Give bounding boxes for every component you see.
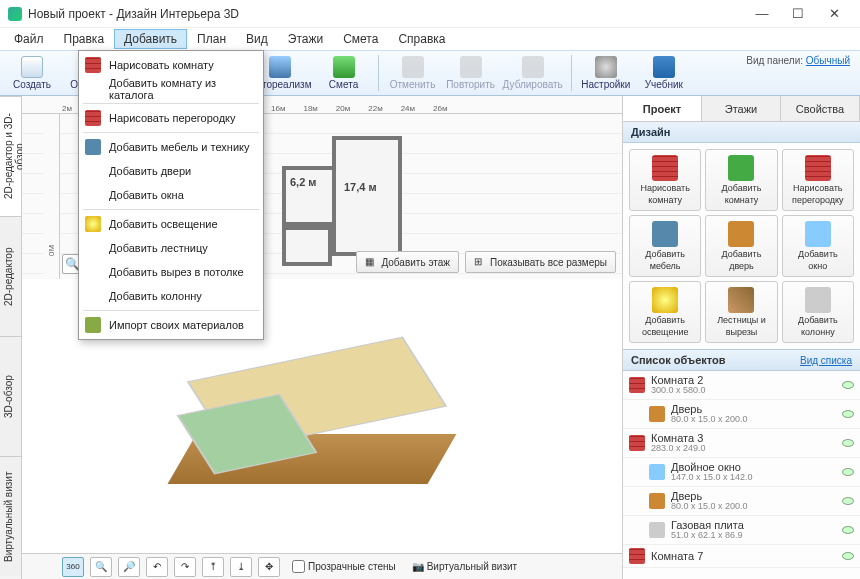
- orbit-right-button[interactable]: ↷: [174, 557, 196, 577]
- tilt-up-button[interactable]: ⤒: [202, 557, 224, 577]
- menu-item-label: Добавить освещение: [109, 218, 218, 230]
- menu-view[interactable]: Вид: [236, 29, 278, 49]
- menu-file[interactable]: Файл: [4, 29, 54, 49]
- right-panel: Проект Этажи Свойства Дизайн Нарисоватьк…: [622, 96, 860, 579]
- menu-add[interactable]: Добавить: [114, 29, 187, 49]
- rtab-props[interactable]: Свойства: [781, 96, 860, 121]
- ruler-tick: 2м: [62, 104, 72, 113]
- tb-create[interactable]: Создать: [6, 52, 58, 94]
- design-tool-button[interactable]: Добавитьосвещение: [629, 281, 701, 343]
- vtab-2d[interactable]: 2D-редактор: [0, 216, 21, 336]
- visibility-toggle-icon[interactable]: [842, 410, 854, 418]
- ruler-tick: 26м: [433, 104, 447, 113]
- object-dimensions: 283.0 x 249.0: [651, 444, 836, 454]
- design-tool-button[interactable]: Добавитьмебель: [629, 215, 701, 277]
- blank-icon: [85, 187, 101, 203]
- vtab-3d[interactable]: 3D-обзор: [0, 336, 21, 456]
- tb-settings[interactable]: Настройки: [580, 52, 632, 94]
- transparent-walls-toggle[interactable]: Прозрачные стены: [292, 560, 396, 573]
- menu-item[interactable]: Нарисовать перегородку: [79, 106, 263, 130]
- show-dimensions-button[interactable]: ⊞Показывать все размеры: [465, 251, 616, 273]
- rotate-360-button[interactable]: 360: [62, 557, 84, 577]
- dims-icon: ⊞: [474, 256, 486, 268]
- menu-item[interactable]: Добавить освещение: [79, 212, 263, 236]
- menu-item[interactable]: Добавить комнату из каталога: [79, 77, 263, 101]
- menu-edit[interactable]: Правка: [54, 29, 115, 49]
- ruler-tick: 16м: [271, 104, 285, 113]
- menu-smeta[interactable]: Смета: [333, 29, 388, 49]
- visibility-toggle-icon[interactable]: [842, 497, 854, 505]
- panel-mode-link[interactable]: Обычный: [806, 55, 850, 66]
- object-row[interactable]: Дверь80.0 x 15.0 x 200.0: [623, 400, 860, 429]
- add-floor-button[interactable]: ▦Добавить этаж: [356, 251, 459, 273]
- ruler-tick: 22м: [368, 104, 382, 113]
- close-button[interactable]: ✕: [816, 0, 852, 28]
- menu-plan[interactable]: План: [187, 29, 236, 49]
- visibility-toggle-icon[interactable]: [842, 439, 854, 447]
- object-row[interactable]: Комната 2300.0 x 580.0: [623, 371, 860, 400]
- menu-item[interactable]: Нарисовать комнату: [79, 53, 263, 77]
- menu-item[interactable]: Добавить колонну: [79, 284, 263, 308]
- brick-icon: [629, 548, 645, 564]
- visibility-toggle-icon[interactable]: [842, 552, 854, 560]
- menu-item[interactable]: Добавить двери: [79, 159, 263, 183]
- estimate-icon: [333, 56, 355, 78]
- object-row[interactable]: Газовая плита51.0 x 62.1 x 86.9: [623, 516, 860, 545]
- tb-smeta[interactable]: Смета: [318, 52, 370, 94]
- tb-duplicate[interactable]: Дублировать: [503, 52, 563, 94]
- menu-help[interactable]: Справка: [388, 29, 455, 49]
- vtab-virtual[interactable]: Виртуальный визит: [0, 456, 21, 576]
- ruler-vertical: 0М: [44, 114, 60, 279]
- design-tool-button[interactable]: Добавитьколонну: [782, 281, 854, 343]
- visibility-toggle-icon[interactable]: [842, 526, 854, 534]
- menu-item[interactable]: Добавить лестницу: [79, 236, 263, 260]
- menu-item-label: Добавить вырез в потолке: [109, 266, 244, 278]
- design-tool-button[interactable]: Добавитьдверь: [705, 215, 777, 277]
- design-tool-button[interactable]: Нарисоватькомнату: [629, 149, 701, 211]
- virtual-visit-button[interactable]: 📷 Виртуальный визит: [412, 561, 518, 572]
- rtab-project[interactable]: Проект: [623, 96, 702, 121]
- tb-redo[interactable]: Повторить: [445, 52, 497, 94]
- menu-item[interactable]: Добавить мебель и технику: [79, 135, 263, 159]
- transparent-walls-checkbox[interactable]: [292, 560, 305, 573]
- floor-plan[interactable]: 6,2 м 17,4 м: [282, 126, 402, 266]
- visibility-toggle-icon[interactable]: [842, 381, 854, 389]
- tb-undo[interactable]: Отменить: [387, 52, 439, 94]
- object-row[interactable]: Комната 7: [623, 545, 860, 568]
- ruler-tick: 20м: [336, 104, 350, 113]
- orbit-left-button[interactable]: ↶: [146, 557, 168, 577]
- object-row[interactable]: Двойное окно147.0 x 15.0 x 142.0: [623, 458, 860, 487]
- design-tool-button[interactable]: Лестницы ивырезы: [705, 281, 777, 343]
- rtab-floors[interactable]: Этажи: [702, 96, 781, 121]
- object-row[interactable]: Комната 3283.0 x 249.0: [623, 429, 860, 458]
- design-tool-button[interactable]: Нарисоватьперегородку: [782, 149, 854, 211]
- menu-item[interactable]: Импорт своих материалов: [79, 313, 263, 337]
- maximize-button[interactable]: ☐: [780, 0, 816, 28]
- redo-icon: [460, 56, 482, 78]
- design-tool-button[interactable]: Добавитьокно: [782, 215, 854, 277]
- ruler-tick: 24м: [401, 104, 415, 113]
- left-tab-rail: 2D-редактор и 3D-обзор 2D-редактор 3D-об…: [0, 96, 22, 579]
- vtab-2d-and-3d[interactable]: 2D-редактор и 3D-обзор: [0, 96, 21, 216]
- list-view-link[interactable]: Вид списка: [800, 355, 852, 366]
- blank-icon: [85, 264, 101, 280]
- door-icon: [728, 221, 754, 247]
- menu-item[interactable]: Добавить вырез в потолке: [79, 260, 263, 284]
- minimize-button[interactable]: —: [744, 0, 780, 28]
- zoom-in-3d-button[interactable]: 🔍: [90, 557, 112, 577]
- objects-list: Комната 2300.0 x 580.0Дверь80.0 x 15.0 x…: [623, 371, 860, 579]
- menu-item-label: Добавить окна: [109, 189, 184, 201]
- visibility-toggle-icon[interactable]: [842, 468, 854, 476]
- design-tool-button[interactable]: Добавитькомнату: [705, 149, 777, 211]
- menu-floors[interactable]: Этажи: [278, 29, 333, 49]
- blank-icon: [85, 288, 101, 304]
- pan-button[interactable]: ✥: [258, 557, 280, 577]
- tilt-down-button[interactable]: ⤓: [230, 557, 252, 577]
- tb-tutorial[interactable]: Учебник: [638, 52, 690, 94]
- zoom-out-3d-button[interactable]: 🔎: [118, 557, 140, 577]
- objects-list-header: Список объектов: [631, 354, 725, 366]
- menu-item[interactable]: Добавить окна: [79, 183, 263, 207]
- brick-icon: [85, 110, 101, 126]
- floor-icon: ▦: [365, 256, 377, 268]
- object-row[interactable]: Дверь80.0 x 15.0 x 200.0: [623, 487, 860, 516]
